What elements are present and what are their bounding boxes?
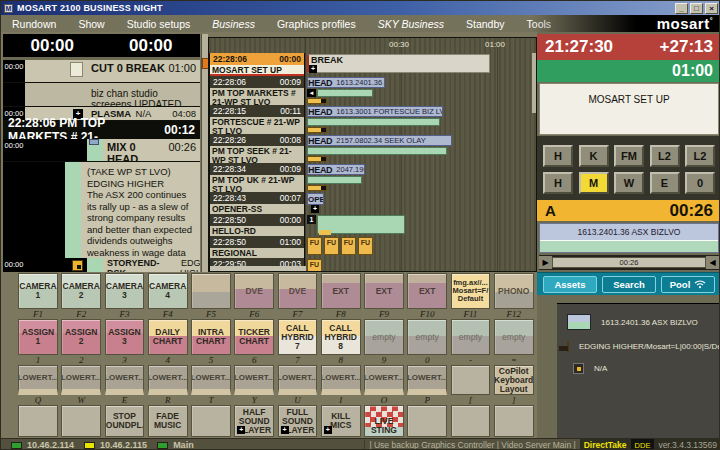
break-bar[interactable]: BREAK [307,54,490,73]
camera-4-button[interactable]: CAMERA 4 [148,273,188,309]
rundown-row[interactable]: 22:28:1500:11FORTESCUE # 21-WP ST LVOHEA… [209,105,536,134]
maximize-button[interactable]: □ [690,3,703,14]
step-back-button[interactable]: ▶ [539,256,552,269]
shortcut-key-h[interactable]: H [543,172,573,194]
timeline-scrollbar[interactable] [532,53,536,113]
lowerthird-button[interactable]: LOWERT... [191,365,231,395]
lowerthird-chip[interactable] [307,127,327,133]
shortcut-key-e[interactable]: E [650,172,680,194]
camera-2-button[interactable]: CAMERA 2 [61,273,101,309]
asset-item[interactable]: 1613.2401.36 ASX BIZLVO [567,314,713,330]
plus-icon[interactable]: + [309,65,317,73]
lowerthird-button[interactable]: LOWERT... [105,365,145,395]
rundown-row[interactable]: 22:28:4300:07OPENER-SSOPE+ [209,192,536,214]
lowerthird-chip[interactable] [307,156,327,162]
rundown-row[interactable]: 22:28:2600:08PM TOP SEEK # 21-WP ST LVOH… [209,134,536,163]
menu-item-business[interactable]: Business [201,18,266,30]
ext-button[interactable]: EXT [364,273,404,309]
left-scrollbar[interactable] [201,34,208,272]
tab-assets[interactable]: Assets [543,276,597,293]
ticker-chart-button[interactable]: TICKERCHART [234,319,274,355]
video-bar[interactable]: HEAD1613.2401.36 ASX [307,77,385,88]
shortcut-key-h[interactable]: H [543,145,573,167]
ext-button[interactable]: EXT [321,273,361,309]
blank-button[interactable] [451,405,491,437]
blank-button[interactable] [407,405,447,437]
fullscreen-chip[interactable]: FU [358,237,373,255]
fullscreen-chip[interactable]: FU [307,259,322,272]
dve-button[interactable]: DVE [278,273,318,309]
shortcut-key-w[interactable]: W [614,172,644,194]
blank-button[interactable] [191,273,231,309]
audio-bar[interactable] [307,176,362,184]
lowerthird-button[interactable]: LOWERT... [321,365,361,395]
dve-button[interactable]: DVE [234,273,274,309]
assign-2-button[interactable]: ASSIGN 2 [61,319,101,355]
lowerthird-chip[interactable] [307,98,327,104]
audio-bar[interactable] [307,147,447,155]
kill-mics-button[interactable]: KILL MICS+ [321,405,361,437]
fullscreen-chip[interactable]: FU [307,237,322,255]
blank-button[interactable] [451,365,491,395]
lowerthird-button[interactable]: LOWERT... [278,365,318,395]
empty-button[interactable]: empty [451,319,491,355]
step-forward-button[interactable]: ◀ [706,256,719,269]
blank-button[interactable] [18,405,58,437]
close-button[interactable]: × [705,3,718,14]
daily-chart-button[interactable]: DAILYCHART [148,319,188,355]
empty-button[interactable]: empty [494,319,534,355]
lowerthird-button[interactable]: LOWERT... [364,365,404,395]
tab-pool[interactable]: Pool [661,276,715,293]
tab-search[interactable]: Search [602,276,656,293]
full-sound-player-button[interactable]: FULLSOUNDPLAYER+ [278,405,318,437]
video-bar[interactable]: HEAD2157.0802.34 SEEK OLAY [307,135,452,146]
menu-item-sky-business[interactable]: SKY Business [367,18,455,30]
blank-button[interactable] [494,405,534,437]
menu-item-rundown[interactable]: Rundown [1,18,67,30]
video-bar[interactable]: HEAD1613.3001 FORTESCUE BIZ LVO [307,106,443,117]
stop-soundplayer-button[interactable]: STOPSOUNDPL... [105,405,145,437]
cut-break-row[interactable]: 00:00 CUT 0 BREAK 01:00 [3,60,200,83]
rundown-row[interactable]: 22:28:0600:09PM TOP MARKETS # 21-WP ST L… [209,76,536,105]
lowerthird-button[interactable]: LOWERT... [407,365,447,395]
copilot-keyboard-layout-button[interactable]: CoPilotKeyboardLayout [494,365,534,395]
ext-button[interactable]: EXT [407,273,447,309]
rundown-row[interactable]: 22:28:3400:09PM TOP UK # 21-WP ST LVOHEA… [209,163,536,192]
audio-bar[interactable] [317,89,373,97]
minimize-button[interactable]: _ [675,3,688,14]
rundown-row[interactable]: 22:28:0600:00MOSART SET UPBREAK+ [209,53,536,76]
menu-item-graphics-profiles[interactable]: Graphics profiles [266,18,367,30]
half-sound-player-button[interactable]: HALFSOUNDPLAYER+ [234,405,274,437]
menu-item-studio-setups[interactable]: Studio setups [116,18,202,30]
video-bar[interactable]: HEAD2047.1902 [307,164,365,175]
shortcut-key-l2[interactable]: L2 [650,145,680,167]
asset-item[interactable]: EDGING HIGHER/Mosart=L|00:00|S/Default [567,341,713,352]
fmg-graphic-button[interactable]: fmg.ax//...Mosart=F/Default [451,273,491,309]
assign-1-button[interactable]: ASSIGN 1 [18,319,58,355]
horizontal-scrollbar[interactable] [210,266,306,271]
empty-button[interactable]: empty [364,319,404,355]
shortcut-key-0[interactable]: 0 [685,172,715,194]
camera-1-button[interactable]: CAMERA 1 [18,273,58,309]
lowerthird-button[interactable]: LOWERT... [61,365,101,395]
asset-item[interactable]: N/A [567,363,713,374]
intra-chart-button[interactable]: INTRACHART [191,319,231,355]
lowerthird-button[interactable]: LOWERT... [148,365,188,395]
call-hybrid-7-button[interactable]: CALLHYBRID 7 [278,319,318,355]
fade-music-button[interactable]: FADEMUSIC [148,405,188,437]
live-sting-button[interactable]: LIVE STING [364,405,404,437]
fullscreen-chip[interactable]: FU [341,237,356,255]
opener-chip[interactable]: OPE [307,193,324,205]
call-hybrid-8-button[interactable]: CALLHYBRID 8 [321,319,361,355]
plus-icon[interactable]: + [311,205,319,213]
rundown-row[interactable]: 22:28:5000:00HELLO-RD1 [209,214,536,236]
lowerthird-button[interactable]: LOWERT... [234,365,274,395]
rundown-row[interactable]: 22:28:5001:00REGIONAL MARKETS-VIZFUFUFUF… [209,236,536,258]
camera-3-button[interactable]: CAMERA 3 [105,273,145,309]
lowerthird-button[interactable]: LOWERT... [18,365,58,395]
fullscreen-chip[interactable]: FU [324,237,339,255]
shortcut-key-k[interactable]: K [579,145,609,167]
blank-button[interactable] [61,405,101,437]
shortcut-key-l2[interactable]: L2 [685,145,715,167]
blank-button[interactable] [191,405,231,437]
